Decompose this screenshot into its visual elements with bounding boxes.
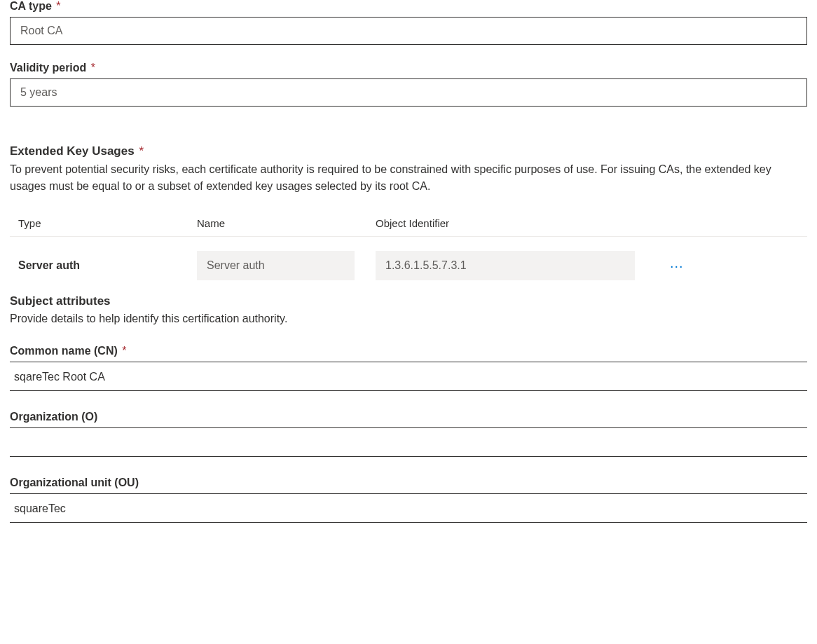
validity-period-group: Validity period * bbox=[10, 62, 807, 107]
validity-period-input[interactable] bbox=[10, 78, 807, 107]
required-indicator: * bbox=[139, 144, 144, 158]
organizational-unit-input[interactable] bbox=[10, 495, 807, 523]
eku-heading: Extended Key Usages * bbox=[10, 144, 807, 158]
eku-heading-text: Extended Key Usages bbox=[10, 144, 135, 158]
organizational-unit-field: Organizational unit (OU) bbox=[10, 477, 807, 523]
validity-period-label: Validity period * bbox=[10, 62, 807, 74]
eku-section: Extended Key Usages * To prevent potenti… bbox=[10, 144, 807, 294]
ca-type-input[interactable] bbox=[10, 17, 807, 45]
ca-type-label-text: CA type bbox=[10, 0, 52, 12]
ca-type-label: CA type * bbox=[10, 0, 807, 13]
eku-row-name: Server auth bbox=[197, 251, 355, 280]
subject-section: Subject attributes Provide details to he… bbox=[10, 294, 807, 523]
eku-row-oid-cell: 1.3.6.1.5.5.7.3.1 bbox=[376, 251, 656, 280]
eku-col-oid: Object Identifier bbox=[376, 217, 807, 229]
organization-input[interactable] bbox=[10, 430, 807, 457]
subject-heading: Subject attributes bbox=[10, 294, 807, 308]
eku-row-name-cell: Server auth bbox=[197, 251, 376, 280]
common-name-label-text: Common name (CN) bbox=[10, 345, 118, 357]
organization-field: Organization (O) bbox=[10, 411, 807, 457]
common-name-label: Common name (CN) * bbox=[10, 345, 807, 362]
required-indicator: * bbox=[91, 62, 95, 74]
organizational-unit-label: Organizational unit (OU) bbox=[10, 477, 807, 494]
common-name-field: Common name (CN) * bbox=[10, 345, 807, 391]
required-indicator: * bbox=[122, 345, 126, 357]
more-actions-icon[interactable]: ··· bbox=[670, 259, 684, 273]
subject-description: Provide details to help identify this ce… bbox=[10, 313, 807, 325]
validity-period-label-text: Validity period bbox=[10, 62, 86, 74]
eku-table-header: Type Name Object Identifier bbox=[10, 210, 807, 237]
eku-row-oid: 1.3.6.1.5.5.7.3.1 bbox=[376, 251, 635, 280]
eku-row-type: Server auth bbox=[18, 259, 197, 272]
eku-col-type: Type bbox=[18, 217, 197, 229]
eku-table: Type Name Object Identifier Server auth … bbox=[10, 210, 807, 294]
ca-type-group: CA type * bbox=[10, 0, 807, 45]
required-indicator: * bbox=[56, 0, 60, 12]
common-name-input[interactable] bbox=[10, 364, 807, 391]
table-row: Server auth Server auth 1.3.6.1.5.5.7.3.… bbox=[10, 237, 807, 294]
eku-row-actions: ··· bbox=[656, 259, 807, 273]
eku-col-name: Name bbox=[197, 217, 376, 229]
eku-description: To prevent potential security risks, eac… bbox=[10, 161, 807, 195]
organization-label: Organization (O) bbox=[10, 411, 807, 428]
